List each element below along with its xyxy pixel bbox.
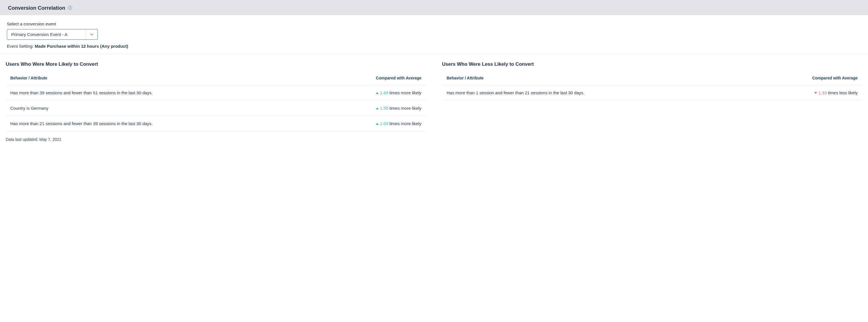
conversion-event-label: Select a conversion event <box>7 22 861 26</box>
more-likely-table: Behavior / Attribute Compared with Avera… <box>6 71 426 132</box>
compared-cell: 1.33 times less likely <box>748 85 862 101</box>
event-setting-prefix: Event Setting: <box>7 44 35 48</box>
more-likely-panel-title: Users Who Were More Likely to Convert <box>6 62 426 67</box>
compared-suffix: times more likely <box>389 90 422 95</box>
compared-cell: 1.69 times more likely <box>315 85 426 101</box>
col-compared-header: Compared with Average <box>748 71 862 85</box>
behavior-cell: Has more than 1 session and fewer than 2… <box>442 85 748 101</box>
arrow-up-icon <box>376 107 379 109</box>
controls-section: Select a conversion event Primary Conver… <box>0 15 868 54</box>
col-compared-header: Compared with Average <box>315 71 426 85</box>
compared-value: 1.03 <box>380 121 388 126</box>
compared-suffix: times more likely <box>389 106 422 111</box>
panels-container: Users Who Were More Likely to Convert Be… <box>0 54 868 134</box>
conversion-event-select-value: Primary Conversion Event - A <box>7 29 86 39</box>
less-likely-panel: Users Who Were Less Likely to Convert Be… <box>442 62 863 101</box>
table-row: Has more than 39 sessions and fewer than… <box>6 85 426 101</box>
page-title: Conversion Correlation <box>8 5 65 11</box>
compared-value: 1.33 <box>818 90 827 95</box>
less-likely-table: Behavior / Attribute Compared with Avera… <box>442 71 863 101</box>
table-row: Has more than 21 sessions and fewer than… <box>6 116 426 132</box>
compared-value: 1.55 <box>380 106 388 111</box>
table-row: Country is Germany 1.55 times more likel… <box>6 101 426 116</box>
conversion-event-select[interactable]: Primary Conversion Event - A <box>7 29 98 40</box>
arrow-up-icon <box>376 123 379 125</box>
compared-suffix: times less likely <box>827 90 858 95</box>
info-icon[interactable]: i <box>68 6 72 10</box>
behavior-cell: Country is Germany <box>6 101 315 116</box>
compared-cell: 1.03 times more likely <box>315 116 426 132</box>
chevron-down-icon <box>86 29 97 39</box>
behavior-cell: Has more than 21 sessions and fewer than… <box>6 116 315 132</box>
header-bar: Conversion Correlation i <box>0 0 868 15</box>
compared-cell: 1.55 times more likely <box>315 101 426 116</box>
behavior-cell: Has more than 39 sessions and fewer than… <box>6 85 315 101</box>
col-behavior-header: Behavior / Attribute <box>6 71 315 85</box>
event-setting-value: Made Purchase within 12 hours (Any produ… <box>35 44 128 48</box>
compared-value: 1.69 <box>380 90 388 95</box>
arrow-down-icon <box>814 92 817 94</box>
data-last-updated: Data last updated: May 7, 2021 <box>0 134 868 150</box>
table-row: Has more than 1 session and fewer than 2… <box>442 85 863 101</box>
less-likely-panel-title: Users Who Were Less Likely to Convert <box>442 62 863 67</box>
more-likely-panel: Users Who Were More Likely to Convert Be… <box>6 62 426 132</box>
compared-suffix: times more likely <box>389 121 422 126</box>
col-behavior-header: Behavior / Attribute <box>442 71 748 85</box>
arrow-up-icon <box>376 92 379 94</box>
event-setting-line: Event Setting: Made Purchase within 12 h… <box>7 44 861 48</box>
